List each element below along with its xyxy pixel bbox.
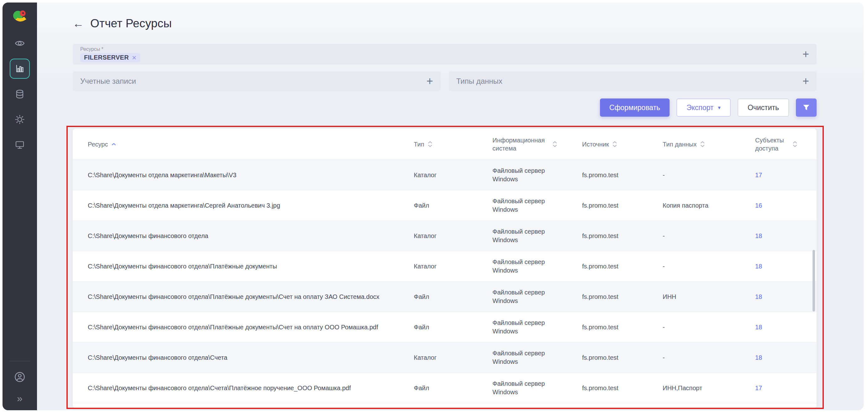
subjects-cell: 16 xyxy=(755,201,802,210)
source-cell: fs.promo.test xyxy=(582,384,663,392)
export-button[interactable]: Экспорт ▾ xyxy=(677,98,731,117)
system-cell: Файловый сервер Windows xyxy=(493,319,569,335)
type-cell: Каталог xyxy=(414,171,493,179)
resource-cell: C:\Share\Документы финансового отдела\Сч… xyxy=(88,353,414,362)
data-type-cell: - xyxy=(663,171,755,179)
accounts-filter-field[interactable]: Учетные записи + xyxy=(73,71,441,91)
generate-button[interactable]: Сформировать xyxy=(600,98,670,117)
column-header[interactable]: Субъекты доступа xyxy=(755,136,802,152)
column-label: Ресурс xyxy=(88,140,108,148)
sidebar-item-settings[interactable] xyxy=(10,110,30,129)
column-header[interactable]: Ресурс xyxy=(88,140,414,148)
resources-filter-field[interactable]: Ресурсы * FILERSERVER × + xyxy=(73,44,816,65)
user-icon xyxy=(14,371,26,383)
resources-table: Ресурс Тип Информационная система Источн… xyxy=(73,128,816,408)
sort-both-icon xyxy=(428,141,432,147)
data-type-cell: Копия паспорта xyxy=(663,201,755,210)
app-window: » ← Отчет Ресурсы Ресурсы * FILERSERVER … xyxy=(2,2,864,410)
subjects-cell: 17 xyxy=(755,384,802,392)
system-cell: Файловый сервер Windows xyxy=(493,349,569,366)
subjects-link[interactable]: 18 xyxy=(755,324,762,331)
logo-icon[interactable] xyxy=(11,7,29,25)
column-label: Информационная система xyxy=(493,136,549,152)
sort-asc-icon xyxy=(112,143,116,146)
sort-both-icon xyxy=(700,141,705,147)
resource-cell: C:\Share\Документы финансового отдела\Пл… xyxy=(88,293,414,301)
source-cell: fs.promo.test xyxy=(582,201,663,210)
resource-cell: C:\Share\Документы отдела маркетинга\Сер… xyxy=(88,201,414,210)
type-cell: Файл xyxy=(414,201,493,210)
subjects-cell: 18 xyxy=(755,293,802,301)
accounts-filter-placeholder: Учетные записи xyxy=(80,77,136,86)
type-cell: Каталог xyxy=(414,262,493,271)
clear-button[interactable]: Очистить xyxy=(738,98,789,117)
subjects-link[interactable]: 18 xyxy=(755,354,762,361)
system-cell: Файловый сервер Windows xyxy=(493,227,569,244)
type-cell: Каталог xyxy=(414,353,493,362)
page-title: Отчет Ресурсы xyxy=(90,17,172,30)
add-resource-icon[interactable]: + xyxy=(803,49,809,60)
main-content: ← Отчет Ресурсы Ресурсы * FILERSERVER × … xyxy=(37,2,864,410)
resource-chip-label: FILERSERVER xyxy=(84,54,129,61)
column-header[interactable]: Источник xyxy=(582,140,663,148)
sidebar: » xyxy=(2,2,37,410)
data-type-cell: ИНН,Паспорт xyxy=(663,384,755,392)
system-cell: Файловый сервер Windows xyxy=(493,197,569,214)
column-header[interactable]: Информационная система xyxy=(493,136,582,152)
column-header[interactable]: Тип данных xyxy=(663,140,755,148)
data-types-filter-field[interactable]: Типы данных + xyxy=(449,71,817,91)
chip-row: FILERSERVER × xyxy=(80,53,140,62)
table-row: C:\Share\Документы отдела маркетинга\Сер… xyxy=(73,190,816,221)
back-arrow-icon[interactable]: ← xyxy=(73,18,84,29)
page-header: ← Отчет Ресурсы xyxy=(73,16,816,31)
subjects-link[interactable]: 18 xyxy=(755,232,762,239)
data-type-cell: - xyxy=(663,262,755,271)
table-row: C:\Share\Документы финансового отдела\Сч… xyxy=(73,373,816,403)
filter-row: Учетные записи + Типы данных + xyxy=(73,71,816,91)
type-cell: Файл xyxy=(414,384,493,392)
funnel-icon xyxy=(802,104,810,112)
resource-cell: C:\Share\Документы финансового отдела\Сч… xyxy=(88,384,414,392)
data-types-filter-placeholder: Типы данных xyxy=(457,77,502,86)
sidebar-expand-icon[interactable]: » xyxy=(17,393,23,403)
sidebar-item-reports[interactable] xyxy=(10,59,30,79)
table-body: C:\Share\Документы отдела маркетинга\Мак… xyxy=(73,160,816,403)
add-data-type-icon[interactable]: + xyxy=(803,76,809,87)
chip-remove-icon[interactable]: × xyxy=(132,54,136,61)
table-row: C:\Share\Документы финансового отдела\Сч… xyxy=(73,343,816,373)
column-label: Тип данных xyxy=(663,140,696,148)
subjects-cell: 18 xyxy=(755,262,802,271)
column-label: Источник xyxy=(582,140,609,148)
filter-button[interactable] xyxy=(796,98,816,117)
source-cell: fs.promo.test xyxy=(582,171,663,179)
chevron-down-icon: ▾ xyxy=(718,105,721,110)
table-row: C:\Share\Документы финансового отдела\Пл… xyxy=(73,251,816,282)
subjects-link[interactable]: 16 xyxy=(755,202,762,209)
sidebar-item-data[interactable] xyxy=(10,84,30,104)
type-cell: Файл xyxy=(414,323,493,331)
column-header[interactable]: Тип xyxy=(414,140,493,148)
bar-chart-icon xyxy=(14,63,25,74)
resource-cell: C:\Share\Документы финансового отдела\Пл… xyxy=(88,262,414,271)
table-scrollbar[interactable] xyxy=(812,250,815,312)
sidebar-item-profile[interactable] xyxy=(10,367,30,387)
sort-both-icon xyxy=(613,141,617,147)
add-account-icon[interactable]: + xyxy=(426,76,433,87)
subjects-link[interactable]: 18 xyxy=(755,293,762,300)
sidebar-divider xyxy=(9,361,30,361)
column-label: Субъекты доступа xyxy=(755,136,789,152)
subjects-link[interactable]: 18 xyxy=(755,263,762,270)
table-row: C:\Share\Документы финансового отдела\Пл… xyxy=(73,312,816,343)
subjects-link[interactable]: 17 xyxy=(755,172,762,178)
sidebar-item-agents[interactable] xyxy=(10,135,30,155)
sidebar-item-monitoring[interactable] xyxy=(10,33,30,53)
source-cell: fs.promo.test xyxy=(582,353,663,362)
data-type-cell: - xyxy=(663,232,755,240)
subjects-link[interactable]: 17 xyxy=(755,385,762,391)
subjects-cell: 18 xyxy=(755,323,802,331)
resource-chip[interactable]: FILERSERVER × xyxy=(80,53,140,62)
resource-cell: C:\Share\Документы отдела маркетинга\Мак… xyxy=(88,171,414,179)
table-header-row: Ресурс Тип Информационная система Источн… xyxy=(73,128,816,160)
table-row: C:\Share\Документы отдела маркетинга\Мак… xyxy=(73,160,816,190)
table-row: C:\Share\Документы финансового отдела\Пл… xyxy=(73,282,816,312)
